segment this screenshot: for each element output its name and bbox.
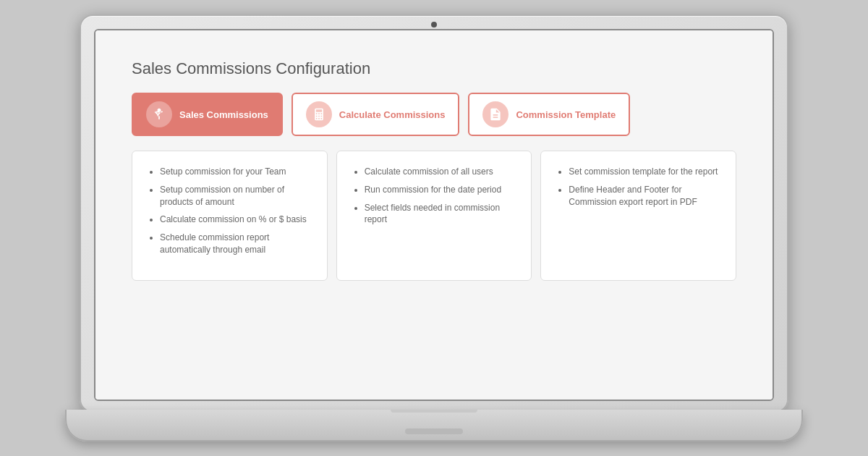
list-item: Setup commission on number of products o… <box>160 184 311 208</box>
panel-commission-template: Set commission template for the report D… <box>540 151 736 281</box>
tab-commission-template-label: Commission Template <box>516 109 616 120</box>
webcam <box>431 22 437 28</box>
list-item: Define Header and Footer for Commission … <box>569 184 720 208</box>
laptop-screen: Sales Commissions Configuration Sales Co… <box>94 29 774 401</box>
tab-calculate-commissions-icon <box>306 101 332 127</box>
tab-commission-template[interactable]: Commission Template <box>468 93 630 136</box>
tab-sales-commissions[interactable]: Sales Commissions <box>132 93 283 136</box>
panel-calculate-commissions-list: Calculate commission of all users Run co… <box>353 166 516 226</box>
laptop-frame: Sales Commissions Configuration Sales Co… <box>80 14 788 442</box>
tab-sales-commissions-icon <box>146 101 172 127</box>
list-item: Setup commission for your Team <box>160 166 311 178</box>
panel-calculate-commissions: Calculate commission of all users Run co… <box>336 151 532 281</box>
panels-row: Setup commission for your Team Setup com… <box>132 151 736 281</box>
list-item: Set commission template for the report <box>569 166 720 178</box>
list-item: Run commission for the date period <box>365 184 516 196</box>
list-item: Schedule commission report automatically… <box>160 232 311 256</box>
list-item: Select fields needed in commission repor… <box>365 202 516 227</box>
panel-sales-commissions-list: Setup commission for your Team Setup com… <box>148 166 311 256</box>
tab-sales-commissions-label: Sales Commissions <box>179 109 268 120</box>
screen-content: Sales Commissions Configuration Sales Co… <box>95 30 773 400</box>
tabs-row: Sales Commissions Calculate Commissions <box>132 93 736 136</box>
panel-commission-template-list: Set commission template for the report D… <box>557 166 720 208</box>
laptop-body: Sales Commissions Configuration Sales Co… <box>80 14 788 413</box>
laptop-base <box>65 410 803 442</box>
list-item: Calculate commission on % or $ basis <box>160 214 311 226</box>
panel-sales-commissions: Setup commission for your Team Setup com… <box>132 151 328 281</box>
tab-commission-template-icon <box>482 101 509 127</box>
tab-calculate-commissions-label: Calculate Commissions <box>339 109 446 120</box>
list-item: Calculate commission of all users <box>365 166 516 178</box>
tab-calculate-commissions[interactable]: Calculate Commissions <box>292 93 460 136</box>
page-title: Sales Commissions Configuration <box>132 59 736 78</box>
